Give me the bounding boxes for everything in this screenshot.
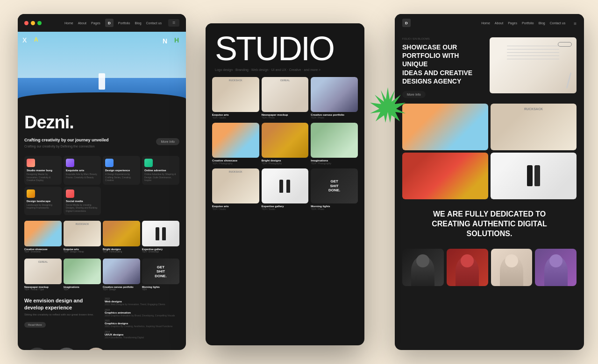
nav-contact[interactable]: Contact us	[146, 21, 162, 25]
studio-img-1: CEREAL	[262, 77, 309, 112]
showcase-heading-normal: SHOWCASE	[402, 43, 442, 51]
port-item-4[interactable]: CEREAL Newspaper mockup 2024 - Portrait …	[24, 259, 62, 291]
port-img-2	[103, 221, 140, 246]
avatar-3	[83, 348, 109, 350]
port-item-3[interactable]: Expertise gallery 2024 - Drivewings	[142, 221, 179, 253]
right-nav-portfolio[interactable]: Portfolio	[522, 21, 534, 25]
tagline-main: Crafting creativity by our journey unvei…	[24, 137, 150, 143]
studio-item-4[interactable]: Bright designs 2024 / Photography	[262, 123, 309, 165]
tl-desc-0: 2022 Web Designs by Innovation, Trend, E…	[105, 303, 179, 306]
menu-icon[interactable]: ☰	[168, 19, 179, 27]
tl-desc-3: 2014 Excellence, Transforming Digital	[105, 336, 179, 339]
fullscreen-button[interactable]	[37, 21, 42, 25]
right-nav-pages[interactable]: Pages	[508, 21, 517, 25]
right-port-img-2	[402, 153, 488, 199]
right-portfolio-grid: RUCKSACK	[395, 104, 584, 203]
right-port-1[interactable]: RUCKSACK	[491, 104, 577, 150]
right-menu-icon[interactable]: ≡	[574, 19, 577, 27]
right-nav-contact[interactable]: Contact us	[550, 21, 565, 25]
showcase-heading: SHOWCASE OURPORTFOLIO WITH UNIQUEIDEAS A…	[402, 43, 485, 85]
card-showcase: D Home About Pages Portfolio Blog Contac…	[395, 14, 584, 350]
timeline-item-1: 2019 Graphics animation 2019 Graphics An…	[105, 308, 179, 317]
glasses-decoration	[558, 42, 572, 47]
showcase-section: FOLIO / EN BLOOMS SHOWCASE OURPORTFOLIO …	[395, 32, 584, 104]
more-info-button-left[interactable]: More Info	[156, 138, 179, 145]
port-tags-0: 2024 - Drivetimes	[24, 251, 62, 253]
fivar-bottle-2	[162, 227, 166, 240]
nav-portfolio[interactable]: Portfolio	[118, 21, 130, 25]
port-item-5[interactable]: Imaginations 2024	[64, 259, 101, 291]
showcase-notebook-img	[490, 37, 577, 93]
studio-tags-8: 2024 / Photo	[311, 208, 358, 210]
service-title-3: Online advertise	[144, 169, 177, 172]
studio-item-3[interactable]: Creative showcase 2024 / Photography	[212, 123, 259, 165]
studio-img-5	[311, 123, 358, 158]
port-item-7[interactable]: GETSHITDONE. Morning lights 2024	[142, 259, 179, 291]
card-studio: STUDIO Logo design · Branding · Web desi…	[206, 23, 364, 345]
studio-item-7[interactable]: Expertise gallery 2024 / Studio	[262, 168, 309, 210]
service-icon-social	[66, 189, 74, 198]
right-avatar-3	[491, 249, 533, 286]
studio-item-0[interactable]: RUCKSACK Exquise arts 2024 / Studio	[212, 77, 259, 119]
nav-pages[interactable]: Pages	[91, 21, 100, 25]
nav-links-left: Home About Pages D Portfolio Blog Contac…	[64, 19, 162, 27]
studio-item-2[interactable]: Creative canvas portfolio 2024 / Photo	[311, 77, 358, 119]
nav-bar-left: Home About Pages D Portfolio Blog Contac…	[18, 14, 186, 32]
starburst-decoration	[369, 86, 406, 124]
nav-blog[interactable]: Blog	[135, 21, 142, 25]
card-dezni: Home About Pages D Portfolio Blog Contac…	[18, 14, 186, 350]
studio-tags-0: 2024 / Studio	[212, 116, 259, 119]
port-tags-2: 2024 - Forthsmaking	[103, 251, 140, 253]
studio-item-8[interactable]: GETSHITDONE. Morning lights 2024 / Photo	[311, 168, 358, 210]
service-desc-1: Exquisite Arts by Marc Beauty, Frame, Cr…	[66, 173, 99, 179]
close-button[interactable]	[24, 21, 28, 25]
port-item-2[interactable]: Bright designs 2024 - Forthsmaking	[103, 221, 140, 253]
studio-item-1[interactable]: CEREAL Newspaper mockup 2024 / Photo	[262, 77, 309, 119]
tagline-sub: Crafting our creativity by Defining the …	[24, 144, 150, 149]
nav-about[interactable]: About	[78, 21, 86, 25]
right-logo-icon: D	[402, 19, 411, 27]
studio-tags-5: 2024 / Photography	[311, 162, 358, 165]
studio-item-5[interactable]: Imaginations 2024 / Photography	[311, 123, 358, 165]
right-port-img-0	[402, 104, 488, 150]
right-port-3[interactable]	[491, 153, 577, 199]
read-more-button[interactable]: Read More	[24, 322, 46, 328]
services-grid: Studio master burg Designing Master by I…	[18, 153, 186, 218]
showcase-text: FOLIO / EN BLOOMS SHOWCASE OURPORTFOLIO …	[402, 37, 490, 98]
service-design-exp: Design experience A Design Experience by…	[103, 156, 140, 185]
studio-img-7	[262, 168, 309, 203]
studio-item-6[interactable]: RUCKSACK Exquise arts 2024 / Studio	[212, 168, 259, 210]
dedicated-are: ARE FULLY DEDICATED	[447, 210, 535, 218]
service-title-4: Design landscape	[27, 200, 59, 203]
right-avatar-head-2	[461, 254, 474, 267]
right-avatar-1	[402, 249, 444, 286]
service-arts: Exquisite arts Exquisite Arts by Marc Be…	[64, 156, 101, 185]
avatars-row-left	[18, 345, 186, 350]
studio-grid-row3: RUCKSACK Exquise arts 2024 / Studio Expe…	[206, 168, 364, 214]
minimize-button[interactable]	[31, 21, 35, 25]
studio-tags-7: 2024 / Studio	[262, 208, 309, 210]
nav-home[interactable]: Home	[64, 21, 73, 25]
studio-img-8: GETSHITDONE.	[311, 168, 358, 203]
right-nav-blog[interactable]: Blog	[539, 21, 545, 25]
port-item-0[interactable]: Creative showcase 2024 - Drivetimes	[24, 221, 62, 253]
right-nav-about[interactable]: About	[495, 21, 503, 25]
service-title-1: Exquisite arts	[66, 169, 99, 172]
right-nav-home[interactable]: Home	[481, 21, 490, 25]
fivar-b1	[279, 180, 283, 193]
port-item-6[interactable]: Creative canvas portfolio 2024 - Design	[103, 259, 140, 291]
bottom-heading: We envision design and develop experienc…	[24, 297, 99, 311]
port-img-7: GETSHITDONE.	[142, 259, 179, 284]
showcase-heading-unique: UNIQUE	[402, 60, 427, 68]
nb-line-5	[507, 59, 559, 59]
notebook-lines	[507, 46, 559, 85]
hero-letter-h: H	[174, 36, 179, 44]
port-tags-1: 2024 - Design / Attrap	[64, 251, 101, 253]
right-avatar-head-4	[549, 254, 562, 267]
studio-tags-3: 2024 / Photography	[212, 162, 259, 165]
right-port-0[interactable]	[402, 104, 488, 150]
port-item-1[interactable]: RUCKSACK Exquise arts 2024 - Design / At…	[64, 221, 101, 253]
gsd-text: GETSHITDONE.	[155, 265, 166, 279]
right-port-2[interactable]	[402, 153, 488, 199]
service-desc-3: Online Advertise by Shaping & Design, Gu…	[144, 173, 177, 182]
